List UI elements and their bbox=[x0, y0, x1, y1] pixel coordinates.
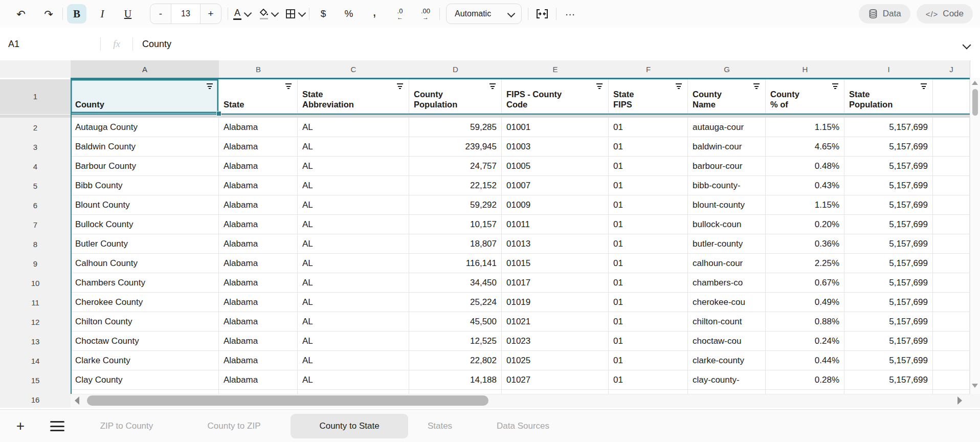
cell-F7[interactable]: 01 bbox=[609, 215, 688, 234]
row-header-6[interactable]: 6 bbox=[0, 195, 71, 215]
increase-decimal-button[interactable]: .00→ bbox=[416, 4, 435, 24]
cell-F2[interactable]: 01 bbox=[609, 118, 688, 137]
more-options-button[interactable]: ... bbox=[561, 4, 580, 24]
cell-J2[interactable] bbox=[933, 118, 970, 137]
column-header-A[interactable]: A bbox=[71, 60, 219, 78]
cell-F10[interactable]: 01 bbox=[609, 273, 688, 293]
header-cell-E[interactable]: FIPS - County Code bbox=[502, 79, 609, 114]
cell-F14[interactable]: 01 bbox=[609, 351, 688, 370]
cell-B3[interactable]: Alabama bbox=[219, 137, 298, 157]
cell-C14[interactable]: AL bbox=[298, 351, 409, 370]
column-header-F[interactable]: F bbox=[609, 60, 688, 78]
column-header-I[interactable]: I bbox=[844, 60, 933, 78]
cell-D13[interactable]: 12,525 bbox=[409, 332, 502, 351]
cell-G5[interactable]: bibb-county- bbox=[688, 176, 766, 195]
cell-I3[interactable]: 5,157,699 bbox=[844, 137, 933, 157]
cell-B2[interactable]: Alabama bbox=[219, 118, 298, 137]
cell-B9[interactable]: Alabama bbox=[219, 254, 298, 273]
font-size-field[interactable]: 13 bbox=[171, 4, 201, 24]
cell-C7[interactable]: AL bbox=[298, 215, 409, 234]
cell-B11[interactable]: Alabama bbox=[219, 293, 298, 312]
cell-G3[interactable]: baldwin-cour bbox=[688, 137, 766, 157]
cell-C15[interactable]: AL bbox=[298, 370, 409, 390]
cell-E4[interactable]: 01005 bbox=[502, 157, 609, 176]
vertical-scrollbar-thumb[interactable] bbox=[972, 89, 978, 116]
cell-I6[interactable]: 5,157,699 bbox=[844, 195, 933, 215]
row-header-8[interactable]: 8 bbox=[0, 234, 71, 254]
cell-I2[interactable]: 5,157,699 bbox=[844, 118, 933, 137]
row-header-11[interactable]: 11 bbox=[0, 293, 71, 313]
cell-E12[interactable]: 01021 bbox=[502, 312, 609, 332]
cell-G4[interactable]: barbour-cour bbox=[688, 157, 766, 176]
bold-button[interactable]: B bbox=[67, 4, 86, 24]
cell-D5[interactable]: 22,152 bbox=[409, 176, 502, 195]
cell-J10[interactable] bbox=[933, 273, 970, 293]
cell-B5[interactable]: Alabama bbox=[219, 176, 298, 195]
cell-C9[interactable]: AL bbox=[298, 254, 409, 273]
sheet-list-button[interactable] bbox=[50, 420, 64, 432]
filter-icon[interactable] bbox=[207, 83, 213, 89]
cell-A5[interactable]: Bibb County bbox=[71, 176, 219, 195]
cell-H2[interactable]: 1.15% bbox=[766, 118, 844, 137]
cell-D7[interactable]: 10,157 bbox=[409, 215, 502, 234]
filter-icon[interactable] bbox=[676, 83, 682, 89]
cell-H13[interactable]: 0.24% bbox=[766, 332, 844, 351]
cell-H11[interactable]: 0.49% bbox=[766, 293, 844, 312]
row-header-15[interactable]: 15 bbox=[0, 370, 71, 390]
cell-C12[interactable]: AL bbox=[298, 312, 409, 332]
cell-J5[interactable] bbox=[933, 176, 970, 195]
filter-icon[interactable] bbox=[489, 83, 496, 89]
column-header-H[interactable]: H bbox=[766, 60, 845, 78]
header-cell-I[interactable]: State Population bbox=[844, 79, 933, 114]
row-header-5[interactable]: 5 bbox=[0, 176, 71, 196]
cell-D6[interactable]: 59,292 bbox=[409, 195, 502, 215]
cell-I4[interactable]: 5,157,699 bbox=[844, 157, 933, 176]
text-color-button[interactable]: A bbox=[232, 4, 252, 24]
cell-F13[interactable]: 01 bbox=[609, 332, 688, 351]
cell-J7[interactable] bbox=[933, 215, 970, 234]
cell-I9[interactable]: 5,157,699 bbox=[844, 254, 933, 273]
cell-E9[interactable]: 01015 bbox=[502, 254, 609, 273]
cell-B7[interactable]: Alabama bbox=[219, 215, 298, 234]
cell-H14[interactable]: 0.44% bbox=[766, 351, 844, 370]
cell-H3[interactable]: 4.65% bbox=[766, 137, 844, 157]
cell-A12[interactable]: Chilton County bbox=[71, 312, 219, 332]
column-header-D[interactable]: D bbox=[409, 60, 502, 78]
cell-A4[interactable]: Barbour County bbox=[71, 157, 219, 176]
cell-C4[interactable]: AL bbox=[298, 157, 409, 176]
comma-format-button[interactable]: , bbox=[365, 4, 384, 24]
cell-G6[interactable]: blount-county bbox=[688, 195, 766, 215]
cell-F4[interactable]: 01 bbox=[609, 157, 688, 176]
cell-F11[interactable]: 01 bbox=[609, 293, 688, 312]
cell-I14[interactable]: 5,157,699 bbox=[844, 351, 933, 370]
cell-I15[interactable]: 5,157,699 bbox=[844, 370, 933, 390]
cell-C13[interactable]: AL bbox=[298, 332, 409, 351]
cell-G8[interactable]: butler-county bbox=[688, 234, 766, 254]
header-cell-A[interactable]: County bbox=[71, 79, 219, 114]
row-header-9[interactable]: 9 bbox=[0, 254, 71, 274]
cell-F5[interactable]: 01 bbox=[609, 176, 688, 195]
cell-D10[interactable]: 34,450 bbox=[409, 273, 502, 293]
cell-I7[interactable]: 5,157,699 bbox=[844, 215, 933, 234]
filter-icon[interactable] bbox=[921, 83, 927, 89]
cell-E8[interactable]: 01013 bbox=[502, 234, 609, 254]
cell-A6[interactable]: Blount County bbox=[71, 195, 219, 215]
scroll-left-arrow-icon[interactable] bbox=[75, 396, 79, 405]
cell-B13[interactable]: Alabama bbox=[219, 332, 298, 351]
filter-icon[interactable] bbox=[285, 83, 292, 89]
cell-C6[interactable]: AL bbox=[298, 195, 409, 215]
cell-A3[interactable]: Baldwin County bbox=[71, 137, 219, 157]
cell-E2[interactable]: 01001 bbox=[502, 118, 609, 137]
tab-county-to-state[interactable]: County to State bbox=[291, 410, 408, 442]
decrease-decimal-button[interactable]: .0← bbox=[390, 4, 410, 24]
cell-I5[interactable]: 5,157,699 bbox=[844, 176, 933, 195]
cell-J13[interactable] bbox=[933, 332, 970, 351]
cell-H8[interactable]: 0.36% bbox=[766, 234, 844, 254]
currency-format-button[interactable]: $ bbox=[314, 4, 333, 24]
cell-I10[interactable]: 5,157,699 bbox=[844, 273, 933, 293]
cell-H15[interactable]: 0.28% bbox=[766, 370, 844, 390]
cell-J9[interactable] bbox=[933, 254, 970, 273]
cell-B15[interactable]: Alabama bbox=[219, 370, 298, 390]
cell-H5[interactable]: 0.43% bbox=[766, 176, 844, 195]
cell-A9[interactable]: Calhoun County bbox=[71, 254, 219, 273]
